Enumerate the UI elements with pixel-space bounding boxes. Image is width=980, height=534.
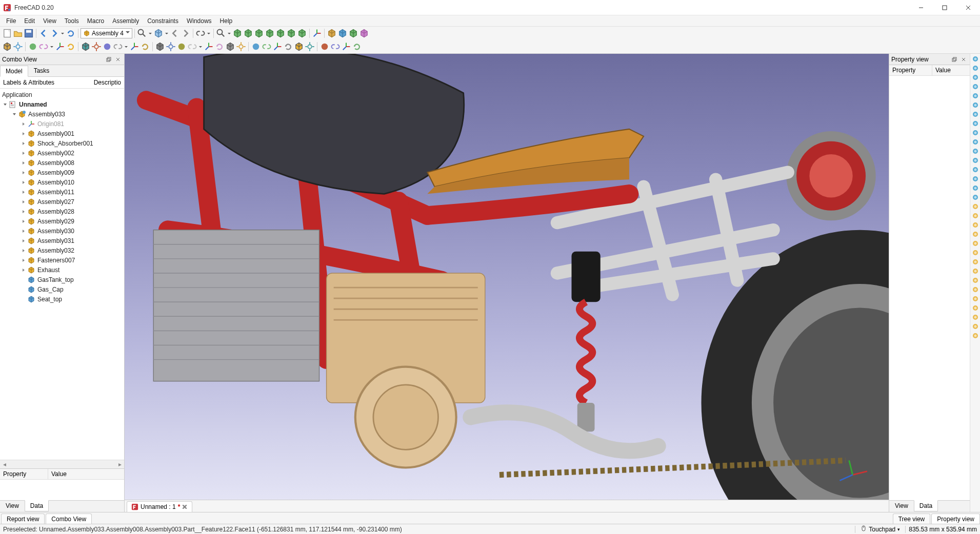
measure-button[interactable] xyxy=(312,28,322,38)
tree-item[interactable]: Fasteners007 xyxy=(0,255,124,265)
tree-item[interactable]: Assembly001 xyxy=(0,129,124,138)
tree-item[interactable]: Exhaust xyxy=(0,265,124,275)
tree-item[interactable]: Assembly011 xyxy=(0,187,124,197)
tool-6-button[interactable] xyxy=(81,42,91,52)
chevron-right-icon[interactable] xyxy=(21,209,27,215)
part-cone-button[interactable] xyxy=(359,28,369,38)
close-panel-icon[interactable] xyxy=(114,55,122,64)
strip-tool-9-icon[interactable] xyxy=(971,138,979,146)
tool-16-button[interactable] xyxy=(204,42,214,52)
tool-4-button[interactable] xyxy=(55,42,65,52)
tool-2-button[interactable] xyxy=(28,42,38,52)
tool-20-button[interactable] xyxy=(251,42,261,52)
tree-item[interactable]: Shock_Absorber001 xyxy=(0,138,124,148)
nav-back-button[interactable] xyxy=(170,28,180,38)
strip-tool-26-icon[interactable] xyxy=(971,295,979,303)
strip-tool-0-icon[interactable] xyxy=(971,55,979,63)
tool-1-button[interactable] xyxy=(13,42,23,52)
menu-windows[interactable]: Windows xyxy=(183,16,216,26)
strip-tool-8-icon[interactable] xyxy=(971,129,979,137)
nav-style-selector[interactable]: Touchpad ▾ xyxy=(858,525,902,533)
tree-item[interactable]: Assembly010 xyxy=(0,177,124,187)
tree-item[interactable]: Assembly002 xyxy=(0,148,124,158)
footer-tab-property-view[interactable]: Property view xyxy=(931,514,980,524)
tab-tasks[interactable]: Tasks xyxy=(28,65,55,76)
chevron-right-icon[interactable] xyxy=(21,189,27,195)
tree-item[interactable]: Assembly009 xyxy=(0,168,124,177)
menu-constraints[interactable]: Constraints xyxy=(143,16,183,26)
tool-19-button[interactable] xyxy=(236,42,246,52)
tree-item[interactable]: Assembly008 xyxy=(0,158,124,168)
chevron-down-icon[interactable] xyxy=(2,101,8,108)
tree-item[interactable]: Unnamed xyxy=(0,99,124,109)
toolbar-dropdown-icon[interactable] xyxy=(198,42,203,52)
menu-assembly[interactable]: Assembly xyxy=(108,16,143,26)
bottom-button[interactable] xyxy=(286,28,296,38)
tool-15-button[interactable] xyxy=(187,42,197,52)
menu-edit[interactable]: Edit xyxy=(20,16,39,26)
chevron-right-icon[interactable] xyxy=(21,160,27,166)
chevron-right-icon[interactable] xyxy=(21,228,27,234)
strip-tool-7-icon[interactable] xyxy=(971,119,979,128)
workbench-selector[interactable]: Assembly 4 xyxy=(81,28,132,38)
tool-7-button[interactable] xyxy=(91,42,102,52)
strip-tool-13-icon[interactable] xyxy=(971,175,979,183)
chevron-right-icon[interactable] xyxy=(21,267,27,273)
tool-26-button[interactable] xyxy=(319,42,330,52)
undock-icon[interactable] xyxy=(105,55,113,64)
tab-data[interactable]: Data xyxy=(25,500,49,511)
toolbar-dropdown-icon[interactable] xyxy=(60,28,65,38)
toolbar-dropdown-icon[interactable] xyxy=(164,28,169,38)
tool-10-button[interactable] xyxy=(129,42,139,52)
scroll-track[interactable] xyxy=(9,460,115,468)
tool-17-button[interactable] xyxy=(214,42,225,52)
tool-0-button[interactable] xyxy=(2,42,12,52)
tool-27-button[interactable] xyxy=(330,42,341,52)
tool-28-button[interactable] xyxy=(341,42,351,52)
refresh-button[interactable] xyxy=(66,28,76,38)
tab-data[interactable]: Data xyxy=(914,500,938,511)
zoom-box-button[interactable] xyxy=(216,28,226,38)
tree-header-description[interactable]: Descriptio xyxy=(94,79,121,86)
tab-model[interactable]: Model xyxy=(0,66,28,77)
menu-tools[interactable]: Tools xyxy=(61,16,83,26)
strip-tool-25-icon[interactable] xyxy=(971,285,979,294)
minimize-button[interactable] xyxy=(909,0,933,15)
chevron-right-icon[interactable] xyxy=(21,238,27,244)
tool-21-button[interactable] xyxy=(262,42,272,52)
close-panel-icon[interactable] xyxy=(959,55,968,64)
menu-macro[interactable]: Macro xyxy=(83,16,108,26)
chevron-right-icon[interactable] xyxy=(21,218,27,224)
tool-29-button[interactable] xyxy=(352,42,362,52)
strip-tool-19-icon[interactable] xyxy=(971,230,979,238)
menu-file[interactable]: File xyxy=(2,16,20,26)
new-file-button[interactable] xyxy=(2,28,12,38)
strip-tool-29-icon[interactable] xyxy=(971,322,979,331)
tree-item[interactable]: Gas_Cap xyxy=(0,284,124,294)
chevron-right-icon[interactable] xyxy=(21,179,27,186)
chevron-right-icon[interactable] xyxy=(21,140,27,147)
strip-tool-21-icon[interactable] xyxy=(971,249,979,257)
tool-8-button[interactable] xyxy=(102,42,112,52)
save-file-button[interactable] xyxy=(24,28,34,38)
axo-button[interactable] xyxy=(153,28,164,38)
part-sph-button[interactable] xyxy=(348,28,358,38)
chevron-right-icon[interactable] xyxy=(21,150,27,156)
propgrid-col-value[interactable]: Value xyxy=(48,469,124,479)
strip-tool-12-icon[interactable] xyxy=(971,166,979,174)
tool-9-button[interactable] xyxy=(113,42,123,52)
model-tree[interactable]: Application UnnamedAssembly033Origin081A… xyxy=(0,89,124,460)
right-button[interactable] xyxy=(265,28,275,38)
strip-tool-14-icon[interactable] xyxy=(971,184,979,192)
close-button[interactable] xyxy=(956,0,980,15)
maximize-button[interactable] xyxy=(933,0,956,15)
strip-tool-15-icon[interactable] xyxy=(971,193,979,201)
strip-tool-20-icon[interactable] xyxy=(971,239,979,248)
strip-tool-6-icon[interactable] xyxy=(971,110,979,118)
strip-tool-3-icon[interactable] xyxy=(971,83,979,91)
fit-all-button[interactable] xyxy=(137,28,147,38)
tool-5-button[interactable] xyxy=(66,42,76,52)
footer-tab-tree-view[interactable]: Tree view xyxy=(893,514,931,524)
toolbar-dropdown-icon[interactable] xyxy=(124,42,129,52)
strip-tool-17-icon[interactable] xyxy=(971,212,979,220)
